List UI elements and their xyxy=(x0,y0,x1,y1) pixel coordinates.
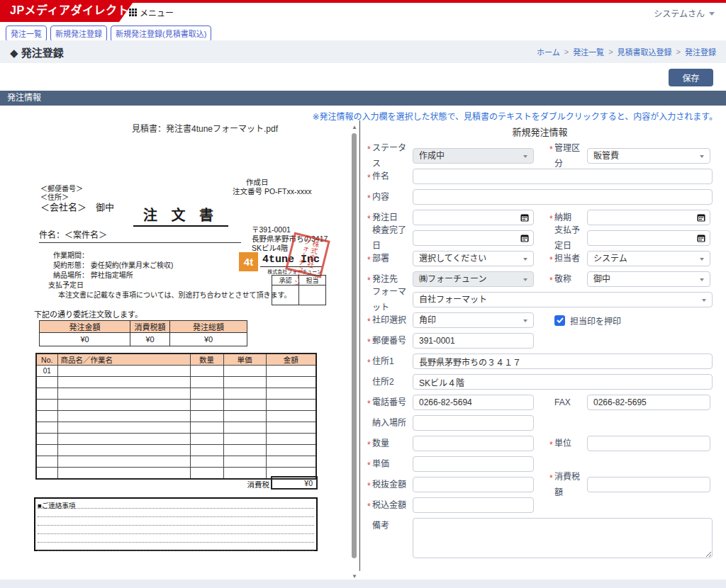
format-select[interactable]: 自社フォーマット xyxy=(413,292,713,307)
pdf-item-row: 01 xyxy=(36,366,316,377)
pay-date-label: 支払予定日 xyxy=(534,222,587,254)
person-label: 担当者 xyxy=(534,251,587,266)
chevron-down-icon xyxy=(709,12,715,16)
summary-value: ¥0 xyxy=(130,333,170,346)
pdf-item-row xyxy=(36,422,316,434)
breadcrumb-import[interactable]: 見積書取込登録 xyxy=(618,46,672,57)
department-select[interactable]: 選択してください xyxy=(413,251,534,266)
pdf-scrollbar[interactable]: ▲ ▼ xyxy=(351,125,358,579)
term-line: 契約形態： 委任契約(作業月末ご検収) xyxy=(53,259,173,270)
grid-menu-icon xyxy=(129,9,137,16)
issuer-address2: SKビル4階 xyxy=(252,242,288,253)
pdf-item-row xyxy=(36,434,316,445)
approval-header: 承認 xyxy=(272,276,299,285)
fax-input[interactable] xyxy=(587,395,710,410)
app-logo[interactable]: JPメディアダイレクト xyxy=(0,0,135,22)
category-label: 管理区分 xyxy=(534,140,587,171)
honorific-label: 敬称 xyxy=(534,271,587,287)
breadcrumb-current[interactable]: 発注登録 xyxy=(685,46,716,57)
logo-badge-icon: 4t xyxy=(239,252,258,271)
breadcrumb-order-list[interactable]: 発注一覧 xyxy=(573,46,604,57)
pdf-item-row xyxy=(36,411,316,422)
user-name: システムさん xyxy=(654,7,705,19)
unit-input[interactable] xyxy=(587,436,710,451)
address1-label: 住所1 xyxy=(367,354,413,369)
pay-date-input[interactable] xyxy=(587,230,710,246)
phone-label: 電話番号 xyxy=(367,395,413,410)
remarks-textarea[interactable] xyxy=(413,518,713,558)
unit-price-input[interactable] xyxy=(413,456,534,472)
approval-header: 担当 xyxy=(299,276,326,285)
quantity-label: 数量 xyxy=(367,436,413,451)
scrollbar-thumb[interactable] xyxy=(352,133,357,558)
seal-select[interactable]: 角印 xyxy=(413,312,534,328)
section-head: ◆ 発注登録 ホーム> 発注一覧> 見積書取込登録> 発注登録 xyxy=(0,40,726,63)
quantity-input[interactable] xyxy=(413,436,534,451)
term-line: 本注文書に記載なき事項については、別途打ち合わせとさせて頂きます。 xyxy=(58,289,291,300)
recipient-company: ＜会社名＞ 御中 xyxy=(40,200,114,213)
address2-input[interactable] xyxy=(413,374,713,390)
fax-label: FAX xyxy=(534,395,587,410)
pdf-item-row xyxy=(36,456,316,468)
form-title: 新規発注情報 xyxy=(367,125,713,138)
page-bottom-strip xyxy=(0,579,726,588)
postal-input[interactable] xyxy=(413,333,534,349)
person-select[interactable]: システム xyxy=(587,251,710,266)
category-select[interactable]: 販管費 xyxy=(587,148,710,164)
inspect-date-input[interactable] xyxy=(413,230,534,246)
scroll-down-icon[interactable]: ▼ xyxy=(351,574,358,579)
order-info-bar: 発注情報 xyxy=(0,91,726,106)
unit-price-label: 単価 xyxy=(367,456,413,472)
menu-button[interactable]: メニュー xyxy=(129,6,174,18)
order-date-input[interactable] xyxy=(413,210,534,225)
tax-amount-label: 消費税額 xyxy=(534,469,587,500)
summary-value: ¥0 xyxy=(170,333,247,346)
content-input[interactable] xyxy=(413,189,713,205)
tab-new-order[interactable]: 新規発注登録 xyxy=(50,26,107,42)
subject-label: 件名 xyxy=(367,169,413,184)
order-note: 下記の通り委託注文致します。 xyxy=(34,308,143,320)
term-line: 納品場所： 弊社指定場所 xyxy=(53,269,133,280)
hint-text: ※発注情報の入力欄を選択した状態で、見積書のテキストをダブルクリックすると、内容… xyxy=(312,110,717,122)
phone-input[interactable] xyxy=(413,395,534,410)
status-label: ステータス xyxy=(367,140,413,171)
inspect-date-label: 検査完了日 xyxy=(367,222,413,254)
amount-ex-input[interactable] xyxy=(413,477,534,492)
pane-divider xyxy=(359,120,360,571)
pdf-preview-pane[interactable]: 見積書：発注書4tuneフォーマット.pdf ＜郵便番号＞ ＜住所＞ ＜会社名＞… xyxy=(7,120,349,574)
pdf-item-row xyxy=(36,400,316,411)
supplier-select[interactable]: ㈱フォーチューン xyxy=(413,271,534,287)
pdf-item-row xyxy=(36,445,316,456)
items-table-body: 01 xyxy=(36,366,316,479)
status-select[interactable]: 作成中 xyxy=(413,148,534,164)
tab-order-list[interactable]: 発注一覧 xyxy=(6,26,47,42)
user-menu[interactable]: システムさん xyxy=(654,7,715,19)
amount-ex-label: 税抜金額 xyxy=(367,477,413,492)
breadcrumb: ホーム> 発注一覧> 見積書取込登録> 発注登録 xyxy=(537,46,716,57)
checkbox-checked-icon xyxy=(554,315,565,326)
scroll-up-icon[interactable]: ▲ xyxy=(351,125,358,130)
delivery-input[interactable] xyxy=(413,415,534,431)
calendar-icon xyxy=(520,213,529,222)
tax-amount-input[interactable] xyxy=(587,477,710,492)
unit-label: 単位 xyxy=(534,436,587,451)
items-table: No. 商品名／作業名 数量 単価 金額 01 xyxy=(35,353,317,480)
person-seal-checkbox[interactable]: 担当印を押印 xyxy=(554,315,621,327)
tax-value: ¥0 xyxy=(271,476,318,490)
page-title: ◆ 発注登録 xyxy=(10,45,64,60)
seal-label: 社印選択 xyxy=(367,312,413,328)
department-label: 部署 xyxy=(367,251,413,266)
address2-label: 住所2 xyxy=(367,374,413,390)
calendar-icon xyxy=(697,234,705,242)
postal-label: 郵便番号 xyxy=(367,333,413,349)
order-registration-page: JPメディアダイレクト メニュー システムさん 発注一覧 新規発注登録 新規発注… xyxy=(0,0,726,588)
content-label: 内容 xyxy=(367,189,413,205)
address1-input[interactable] xyxy=(413,354,713,369)
save-button[interactable]: 保存 xyxy=(669,69,713,86)
contact-box: ■ご連絡事項 xyxy=(34,497,318,551)
amount-inc-input[interactable] xyxy=(413,497,534,513)
tab-new-order-import[interactable]: 新規発注登録(見積書取込) xyxy=(111,26,211,42)
breadcrumb-home[interactable]: ホーム xyxy=(537,46,560,57)
honorific-select[interactable]: 御中 xyxy=(587,271,710,287)
due-date-input[interactable] xyxy=(587,210,710,225)
